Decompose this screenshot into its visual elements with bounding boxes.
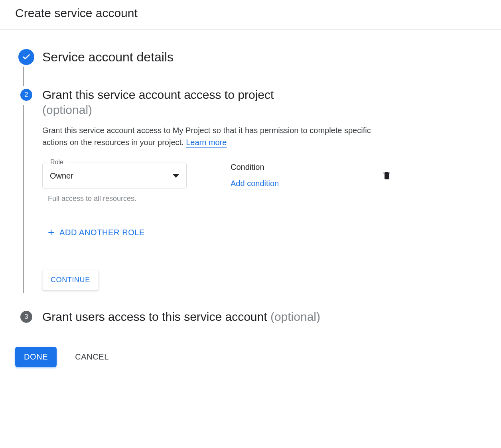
step-service-account-details: Service account details — [15, 49, 486, 65]
step2-number-icon: 2 — [20, 89, 32, 101]
caret-down-icon — [173, 174, 179, 178]
trash-icon[interactable] — [382, 170, 392, 183]
step3-optional: (optional) — [270, 310, 320, 323]
step2-description: Grant this service account access to My … — [42, 124, 381, 148]
role-field: Role Owner — [42, 163, 226, 189]
step1-body: Service account details — [37, 49, 486, 65]
footer-actions: DONE CANCEL — [15, 347, 486, 367]
step3-title: Grant users access to this service accou… — [42, 310, 320, 323]
step-grant-users-access: 3 Grant users access to this service acc… — [15, 309, 486, 324]
continue-button[interactable]: CONTINUE — [42, 270, 99, 290]
step2-body: Grant this service account access to pro… — [37, 87, 486, 298]
role-select[interactable]: Owner — [42, 163, 187, 189]
step-grant-access-project: 2 Grant this service account access to p… — [15, 87, 486, 298]
step2-indicator: 2 — [15, 87, 37, 101]
stepper-content: Service account details 2 Grant this ser… — [0, 30, 501, 383]
condition-label: Condition — [231, 163, 382, 172]
role-label: Role — [48, 159, 66, 166]
role-row: Role Owner Full access to all resources.… — [42, 163, 486, 203]
add-another-role-button[interactable]: + ADD ANOTHER ROLE — [48, 227, 145, 238]
plus-icon: + — [48, 227, 55, 238]
add-condition-link[interactable]: Add condition — [231, 179, 279, 189]
page-header: Create service account — [0, 0, 501, 30]
step2-title-text: Grant this service account access to pro… — [42, 88, 274, 101]
role-helper-text: Full access to all resources. — [48, 195, 226, 203]
step-connector — [23, 105, 24, 293]
delete-column — [382, 170, 392, 183]
step3-body: Grant users access to this service accou… — [37, 309, 486, 324]
page-title: Create service account — [15, 6, 486, 20]
step-connector — [23, 67, 24, 86]
add-role-label: ADD ANOTHER ROLE — [59, 228, 145, 237]
step3-title-text: Grant users access to this service accou… — [42, 310, 270, 323]
step2-title: Grant this service account access to pro… — [42, 87, 486, 117]
role-value: Owner — [50, 171, 73, 181]
done-button[interactable]: DONE — [15, 347, 57, 367]
step1-indicator — [15, 49, 37, 65]
step3-number-icon: 3 — [20, 311, 32, 323]
learn-more-link[interactable]: Learn more — [186, 138, 227, 148]
step2-optional: (optional) — [42, 103, 92, 116]
condition-column: Condition Add condition — [231, 163, 382, 189]
cancel-button[interactable]: CANCEL — [75, 352, 109, 362]
role-column: Role Owner Full access to all resources. — [42, 163, 226, 203]
step3-indicator: 3 — [15, 311, 37, 323]
check-icon — [18, 49, 34, 65]
step1-title: Service account details — [42, 49, 174, 65]
